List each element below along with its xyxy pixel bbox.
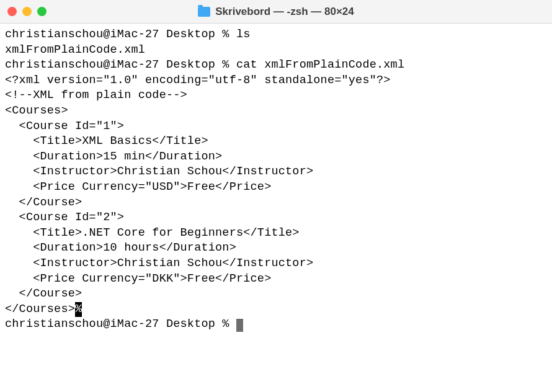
folder-icon [198,7,210,17]
close-button[interactable] [7,7,17,16]
terminal-line: <Course Id="1"> [5,120,124,133]
traffic-lights [7,7,47,16]
terminal-line: </Course> [5,287,82,300]
terminal-line: </Courses> [5,303,75,316]
terminal-line: xmlFromPlainCode.xml [5,43,145,56]
terminal-line: </Course> [5,196,82,209]
terminal-line: <?xml version="1.0" encoding="utf-8" sta… [5,74,391,87]
terminal-line: <Price Currency="USD">Free</Price> [5,180,271,194]
minimize-button[interactable] [22,7,32,16]
terminal-line: <Instructor>Christian Schou</Instructor> [5,257,313,270]
terminal-line: <Course Id="2"> [5,211,124,224]
terminal-line: <Duration>10 hours</Duration> [5,241,236,254]
eof-marker: % [75,302,82,318]
terminal-line: <Title>.NET Core for Beginners</Title> [5,226,300,239]
terminal-line: <Duration>15 min</Duration> [5,150,222,163]
terminal-line: <!--XML from plain code--> [5,89,187,102]
terminal-prompt: christianschou@iMac-27 Desktop % [5,318,236,331]
terminal-line: christianschou@iMac-27 Desktop % cat xml… [5,58,404,71]
maximize-button[interactable] [37,7,47,16]
terminal-output[interactable]: christianschou@iMac-27 Desktop % ls xmlF… [0,24,552,336]
terminal-line: <Courses> [5,104,68,117]
title-center: Skrivebord — -zsh — 80×24 [0,6,552,18]
window-title: Skrivebord — -zsh — 80×24 [215,6,354,18]
terminal-line: christianschou@iMac-27 Desktop % ls [5,28,251,41]
cursor-icon [236,319,243,332]
window-titlebar: Skrivebord — -zsh — 80×24 [0,0,552,24]
terminal-line: <Instructor>Christian Schou</Instructor> [5,165,313,178]
terminal-line: <Title>XML Basics</Title> [5,135,208,148]
terminal-line: <Price Currency="DKK">Free</Price> [5,272,271,285]
